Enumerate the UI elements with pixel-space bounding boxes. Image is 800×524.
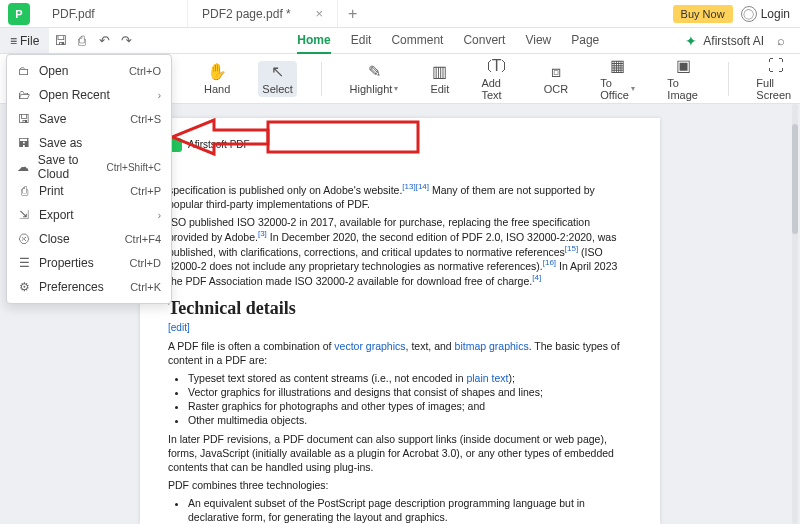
tool-tooffice[interactable]: ▦To Office▾ (596, 55, 639, 103)
shortcut: Ctrl+K (130, 281, 161, 293)
tool-hand[interactable]: ✋Hand (200, 61, 234, 97)
menu-page[interactable]: Page (571, 28, 599, 54)
menu-label: Close (39, 232, 70, 246)
undo-icon[interactable]: ↶ (93, 30, 115, 52)
open-icon: 🗀 (17, 64, 31, 78)
file-dropdown: 🗀OpenCtrl+O 🗁Open Recent› 🖫SaveCtrl+S 🖬S… (6, 54, 172, 304)
tab-bar: P PDF.pdf PDF2 page.pdf * × + Buy Now ◯ … (0, 0, 800, 28)
citation[interactable]: [3] (258, 229, 267, 238)
cloud-icon: ☁ (17, 160, 30, 174)
menu-label: Preferences (39, 280, 104, 294)
link-plain-text[interactable]: plain text (466, 372, 508, 384)
menu-bar: ≡ File 🖫 ⎙ ↶ ↷ Home Edit Comment Convert… (0, 28, 800, 54)
chevron-down-icon: ▾ (394, 84, 398, 93)
menu-export[interactable]: ⇲Export› (7, 203, 171, 227)
citation[interactable]: [16] (543, 258, 556, 267)
properties-icon: ☰ (17, 256, 31, 270)
save-quick-icon[interactable]: 🖫 (49, 30, 71, 52)
menu-label: Open (39, 64, 68, 78)
ai-label[interactable]: Afirstsoft AI (703, 34, 764, 48)
tool-toimage[interactable]: ▣To Image (663, 55, 703, 103)
menu-open[interactable]: 🗀OpenCtrl+O (7, 59, 171, 83)
tool-label: Highlight (350, 83, 393, 95)
menu-close[interactable]: ⮾CloseCtrl+F4 (7, 227, 171, 251)
menu-save-cloud[interactable]: ☁Save to CloudCtrl+Shift+C (7, 155, 171, 179)
tool-label: Select (262, 83, 293, 95)
citation[interactable]: [4] (532, 273, 541, 282)
menu-home[interactable]: Home (297, 28, 330, 54)
menu-properties[interactable]: ☰PropertiesCtrl+D (7, 251, 171, 275)
print-quick-icon[interactable]: ⎙ (71, 30, 93, 52)
section-edit-link[interactable]: [edit] (168, 322, 190, 333)
link-vector-graphics[interactable]: vector graphics (334, 340, 405, 352)
redo-icon[interactable]: ↷ (115, 30, 137, 52)
tool-label: OCR (544, 83, 568, 95)
tool-fullscreen[interactable]: ⛶Full Screen (752, 55, 800, 103)
document-page[interactable]: Afirstsoft PDF specification is publishe… (140, 118, 660, 524)
menu-comment[interactable]: Comment (391, 28, 443, 54)
buy-now-button[interactable]: Buy Now (673, 5, 733, 23)
tab-label: PDF2 page.pdf * (202, 7, 291, 21)
image-icon: ▣ (676, 57, 691, 75)
menu-label: Save to Cloud (38, 153, 107, 181)
heading-technical-details: Technical details (168, 296, 632, 320)
doc-brand-text: Afirstsoft PDF (188, 138, 250, 152)
citation[interactable]: [13][14] (402, 182, 429, 191)
tool-label: Add Text (481, 77, 511, 101)
tool-label: Hand (204, 83, 230, 95)
file-menu-button[interactable]: ≡ File (0, 28, 49, 53)
tool-label: To Image (667, 77, 699, 101)
fullscreen-icon: ⛶ (768, 57, 784, 75)
tab-pdf2[interactable]: PDF2 page.pdf * × (188, 0, 338, 27)
tool-addtext[interactable]: ⟮T⟯Add Text (477, 55, 515, 103)
list-item: Raster graphics for photographs and othe… (188, 399, 632, 413)
login-label: Login (761, 7, 790, 21)
tool-ocr[interactable]: ⧈OCR (540, 61, 572, 97)
link-bitmap-graphics[interactable]: bitmap graphics (455, 340, 529, 352)
shortcut: Ctrl+D (130, 257, 161, 269)
search-icon[interactable]: ⌕ (770, 30, 792, 52)
shortcut: Ctrl+F4 (125, 233, 161, 245)
saveas-icon: 🖬 (17, 136, 31, 150)
menu-label: Save as (39, 136, 82, 150)
text: In later PDF revisions, a PDF document c… (168, 432, 632, 475)
ocr-icon: ⧈ (551, 63, 561, 81)
menu-view[interactable]: View (525, 28, 551, 54)
menu-save[interactable]: 🖫SaveCtrl+S (7, 107, 171, 131)
menu-edit[interactable]: Edit (351, 28, 372, 54)
tab-pdf[interactable]: PDF.pdf (38, 0, 188, 27)
close-tab-icon[interactable]: × (315, 6, 323, 21)
chevron-down-icon: ▾ (631, 84, 635, 93)
scrollbar-thumb[interactable] (792, 124, 798, 234)
close-file-icon: ⮾ (17, 232, 31, 246)
login-button[interactable]: ◯ Login (741, 6, 790, 22)
highlight-icon: ✎ (368, 63, 381, 81)
list-item: An equivalent subset of the PostScript p… (188, 496, 632, 524)
separator (321, 62, 322, 96)
text: , text, and (406, 340, 455, 352)
tool-select[interactable]: ↖Select (258, 61, 297, 97)
tool-edit[interactable]: ▥Edit (426, 61, 453, 97)
menu-preferences[interactable]: ⚙PreferencesCtrl+K (7, 275, 171, 299)
menu-label: Print (39, 184, 64, 198)
new-tab-button[interactable]: + (338, 5, 367, 23)
menu-label: Export (39, 208, 74, 222)
tool-label: Full Screen (756, 77, 796, 101)
menu-label: Save (39, 112, 66, 126)
menu-print[interactable]: ⎙PrintCtrl+P (7, 179, 171, 203)
citation[interactable]: [15] (565, 244, 578, 253)
save-icon: 🖫 (17, 112, 31, 126)
scrollbar-track[interactable] (792, 104, 798, 524)
menu-save-as[interactable]: 🖬Save as (7, 131, 171, 155)
menu-convert[interactable]: Convert (463, 28, 505, 54)
app-logo-icon: P (8, 3, 30, 25)
chevron-right-icon: › (158, 210, 161, 221)
cursor-icon: ↖ (271, 63, 284, 81)
print-icon: ⎙ (17, 184, 31, 198)
office-icon: ▦ (610, 57, 625, 75)
tool-highlight[interactable]: ✎Highlight▾ (346, 61, 403, 97)
menu-open-recent[interactable]: 🗁Open Recent› (7, 83, 171, 107)
shortcut: Ctrl+O (129, 65, 161, 77)
edit-icon: ▥ (432, 63, 447, 81)
list-item: Vector graphics for illustrations and de… (188, 385, 632, 399)
